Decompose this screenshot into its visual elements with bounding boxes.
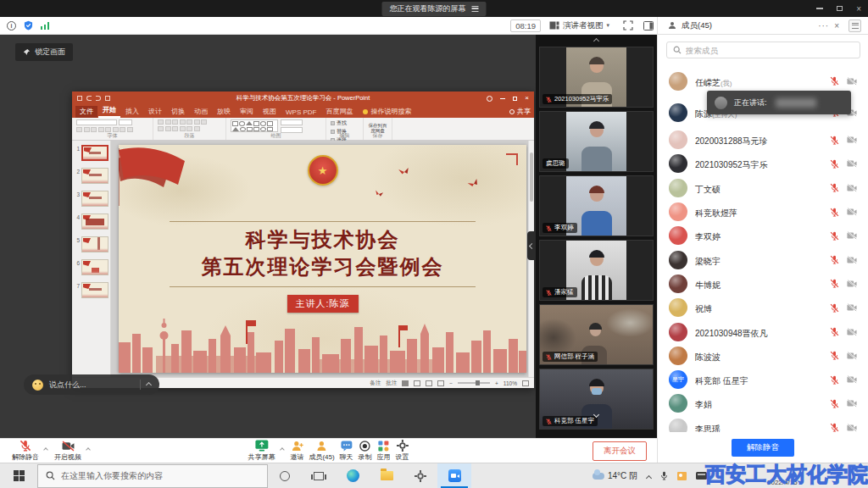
fullscreen-button[interactable] — [623, 20, 633, 30]
banner-menu-icon[interactable] — [472, 6, 479, 12]
reading-view-icon[interactable] — [426, 380, 432, 386]
mic-muted-icon[interactable] — [830, 375, 839, 385]
tray-mic-icon[interactable] — [660, 471, 668, 480]
member-row[interactable]: 梁晓宇 — [658, 247, 868, 271]
unmute-mic-button[interactable]: 解除静音 — [12, 440, 39, 462]
taskbar-search-box[interactable] — [37, 464, 268, 488]
chevron-up-icon[interactable] — [146, 381, 152, 387]
member-row[interactable]: 科竞耿煜萍 — [658, 200, 868, 224]
weather-widget[interactable]: 14°C 阴 — [593, 470, 637, 482]
meeting-info-icon[interactable]: i — [7, 21, 16, 30]
video-strip-collapse-handle[interactable] — [527, 231, 536, 260]
video-thumbnail[interactable]: 2021030952马宇乐 — [539, 47, 654, 108]
members-button[interactable]: 成员(45) — [309, 441, 334, 462]
meeting-app-button[interactable] — [437, 463, 471, 488]
camera-off-icon[interactable] — [847, 375, 857, 384]
paragraph-icons-bottom[interactable] — [158, 126, 221, 131]
panel-menu-icon[interactable] — [849, 19, 861, 32]
ppt-minimize-icon[interactable] — [500, 98, 505, 99]
ppt-maximize-icon[interactable] — [513, 97, 517, 101]
mic-muted-icon[interactable] — [830, 231, 839, 241]
ppt-close-icon[interactable]: × — [525, 95, 529, 102]
member-row[interactable]: 星宇科竞部 伍星宇 — [658, 368, 868, 391]
video-thumbnail[interactable]: 网信部 程子涵 — [539, 304, 654, 365]
video-thumbnail[interactable]: 虞思璐 — [539, 111, 654, 172]
ppt-ribbon-tab[interactable]: 设计 — [144, 106, 166, 118]
camera-off-icon[interactable] — [847, 303, 857, 312]
watching-screen-banner[interactable]: 您正在观看陈源的屏幕 — [382, 2, 487, 16]
camera-off-icon[interactable] — [847, 77, 857, 86]
security-shield-icon[interactable] — [24, 20, 33, 30]
member-search-box[interactable] — [666, 42, 860, 58]
save-icon[interactable] — [77, 96, 82, 101]
tell-me-search[interactable]: 操作说明搜索 — [363, 107, 411, 118]
edge-browser-button[interactable] — [336, 463, 370, 488]
share-screen-button[interactable]: 共享屏幕 — [248, 440, 275, 462]
video-thumbnail[interactable]: 科竞部 伍星宇 — [539, 369, 654, 430]
cortana-button[interactable] — [268, 463, 302, 488]
start-button[interactable] — [0, 463, 37, 488]
record-button[interactable]: 录制 — [359, 441, 372, 462]
paragraph-icons-top[interactable] — [158, 119, 221, 125]
member-row[interactable]: 陈波波 — [658, 344, 868, 368]
mic-muted-icon[interactable] — [830, 183, 839, 192]
ribbon-group-save-baidu[interactable]: 保存到百度网盘 保存 — [364, 118, 392, 140]
settings-button[interactable] — [403, 463, 437, 488]
camera-off-icon[interactable] — [847, 231, 857, 240]
member-row[interactable]: 李娟 — [658, 391, 868, 415]
mic-muted-icon[interactable] — [830, 255, 839, 264]
camera-off-icon[interactable] — [847, 136, 857, 144]
tray-screenshot-icon[interactable] — [677, 472, 687, 480]
ppt-ribbon-tab[interactable]: 开始 — [98, 104, 120, 118]
shapes-gallery[interactable] — [231, 119, 278, 132]
ppt-ribbon-tab[interactable]: 插入 — [121, 106, 143, 118]
member-search-input[interactable] — [686, 46, 854, 55]
maximize-icon[interactable] — [837, 6, 843, 11]
more-options-icon[interactable]: ··· — [818, 21, 829, 30]
mic-muted-icon[interactable] — [830, 399, 839, 408]
say-something-toast[interactable]: 说点什么... — [24, 374, 159, 395]
undo-icon[interactable] — [86, 96, 92, 101]
ppt-ribbon-tab[interactable]: WPS PDF — [281, 108, 320, 118]
account-avatar[interactable] — [487, 96, 492, 102]
notes-button[interactable]: 备注 — [370, 380, 381, 387]
slideshow-view-icon[interactable] — [437, 380, 444, 386]
slide-thumbnail[interactable]: 2 — [75, 168, 110, 184]
camera-off-icon[interactable] — [847, 424, 857, 432]
side-panel-toggle[interactable] — [643, 21, 654, 30]
ppt-ribbon-tab[interactable]: 审阅 — [236, 106, 258, 118]
slide-thumbnail[interactable]: 4 — [75, 214, 110, 230]
invite-button[interactable]: 邀请 — [290, 441, 303, 462]
member-row[interactable]: 牛博妮 — [658, 272, 868, 296]
zoom-slider[interactable] — [458, 382, 490, 384]
current-slide[interactable]: ★ 科学与技术协会 第五次理论学习会暨例会 主讲人:陈源 — [119, 145, 526, 373]
zoom-in-icon[interactable]: + — [495, 380, 498, 386]
mic-muted-icon[interactable] — [830, 208, 839, 217]
member-row[interactable]: 2021030952马宇乐 — [658, 152, 868, 175]
mic-muted-icon[interactable] — [830, 279, 839, 288]
mic-muted-icon[interactable] — [830, 76, 839, 86]
fit-window-icon[interactable] — [522, 380, 529, 386]
mic-muted-icon[interactable] — [830, 327, 839, 336]
scroll-up-chevron[interactable] — [536, 35, 657, 47]
normal-view-icon[interactable] — [402, 380, 409, 386]
ppt-ribbon-tab[interactable]: 切换 — [167, 106, 189, 118]
unmute-button[interactable]: 解除静音 — [732, 439, 794, 457]
ppt-ribbon-tab[interactable]: 动画 — [190, 106, 212, 118]
member-row[interactable]: 2020031288马元珍 — [658, 128, 868, 152]
video-thumbnail[interactable]: 李双婷 — [539, 175, 654, 236]
share-options-caret[interactable] — [280, 440, 283, 455]
zoom-out-icon[interactable]: − — [449, 380, 453, 386]
font-size-box[interactable] — [119, 119, 132, 125]
comments-button[interactable]: 批注 — [386, 380, 397, 387]
close-panel-icon[interactable]: × — [834, 21, 840, 30]
ppt-ribbon-tab[interactable]: 百度网盘 — [321, 106, 357, 118]
ppt-share-button[interactable]: 共享 — [509, 107, 531, 118]
ppt-ribbon-tab[interactable]: 文件 — [75, 106, 97, 118]
mic-muted-icon[interactable] — [830, 159, 839, 169]
ppt-ribbon-tab[interactable]: 视图 — [259, 106, 281, 118]
mic-muted-icon[interactable] — [830, 136, 839, 145]
camera-off-icon[interactable] — [847, 184, 857, 192]
member-row[interactable]: 李思瑶 — [658, 416, 868, 432]
chat-button[interactable]: 聊天 — [340, 441, 353, 462]
